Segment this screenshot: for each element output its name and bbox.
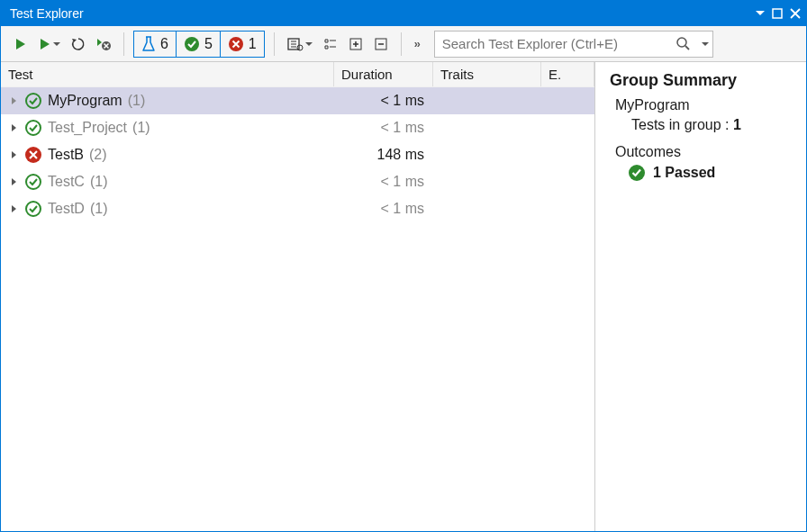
status-icon — [24, 200, 42, 218]
overflow-button[interactable]: ›› — [411, 38, 423, 50]
filter-failed-count: 1 — [249, 36, 257, 52]
separator — [274, 32, 275, 56]
search-input[interactable] — [435, 36, 671, 51]
summary-tests-line: Tests in group : 1 — [610, 117, 797, 133]
test-duration: 148 ms — [334, 147, 433, 163]
filter-passed[interactable]: 5 — [177, 32, 221, 57]
svg-point-2 — [185, 37, 199, 51]
summary-panel: Group Summary MyProgram Tests in group :… — [601, 62, 806, 531]
filter-group: 6 5 1 — [133, 31, 265, 58]
svg-point-10 — [26, 121, 41, 135]
test-duration: < 1 ms — [334, 120, 433, 136]
svg-point-9 — [26, 94, 41, 108]
test-count: (2) — [89, 147, 107, 163]
test-name: MyProgram — [48, 93, 122, 109]
repeat-run-button[interactable] — [68, 32, 89, 57]
column-headers: Test Duration Traits E. — [1, 62, 594, 87]
column-test[interactable]: Test — [1, 62, 334, 86]
separator — [401, 32, 402, 56]
test-duration: < 1 ms — [334, 174, 433, 190]
toolbar: 6 5 1 ›› — [1, 26, 806, 62]
test-list-panel: Test Duration Traits E. MyProgram (1)< 1… — [1, 62, 595, 531]
summary-heading: Group Summary — [610, 71, 797, 90]
separator — [123, 32, 124, 56]
test-duration: < 1 ms — [334, 93, 433, 109]
column-error[interactable]: E. — [541, 62, 594, 86]
summary-group-name: MyProgram — [610, 97, 797, 113]
run-button[interactable] — [35, 32, 64, 57]
column-duration[interactable]: Duration — [334, 62, 433, 86]
status-icon — [24, 119, 42, 137]
window-menu-icon[interactable] — [756, 9, 765, 18]
svg-point-13 — [26, 202, 41, 216]
search-icon[interactable] — [671, 37, 696, 51]
expand-icon[interactable] — [8, 124, 19, 131]
pass-icon — [628, 164, 646, 182]
titlebar: Test Explorer — [1, 1, 806, 26]
test-name: TestC — [48, 174, 85, 190]
status-icon — [24, 146, 42, 164]
test-rows: MyProgram (1)< 1 msTest_Project (1)< 1 m… — [1, 87, 594, 531]
column-traits[interactable]: Traits — [433, 62, 541, 86]
close-icon[interactable] — [790, 8, 801, 19]
test-name: TestD — [48, 201, 85, 217]
filter-failed[interactable]: 1 — [221, 32, 264, 57]
filter-total-count: 6 — [160, 36, 168, 52]
svg-point-5 — [297, 45, 303, 50]
status-icon — [24, 173, 42, 191]
test-name: Test_Project — [48, 120, 127, 136]
svg-point-8 — [677, 38, 686, 47]
filter-total[interactable]: 6 — [134, 32, 177, 57]
expand-all-button[interactable] — [345, 32, 367, 57]
maximize-icon[interactable] — [772, 8, 783, 19]
test-name: TestB — [48, 147, 84, 163]
collapse-all-button[interactable] — [370, 32, 392, 57]
status-icon — [24, 92, 42, 110]
window-title: Test Explorer — [6, 6, 756, 21]
test-row[interactable]: Test_Project (1)< 1 ms — [1, 114, 594, 141]
test-duration: < 1 ms — [334, 201, 433, 217]
test-count: (1) — [132, 120, 150, 136]
expand-icon[interactable] — [8, 205, 19, 212]
test-count: (1) — [90, 201, 108, 217]
test-row[interactable]: TestD (1)< 1 ms — [1, 195, 594, 222]
search-dropdown[interactable] — [696, 32, 712, 57]
test-count: (1) — [128, 93, 146, 109]
run-all-button[interactable] — [10, 32, 32, 57]
test-count: (1) — [90, 174, 108, 190]
expand-icon[interactable] — [8, 151, 19, 158]
summary-outcome: 1 Passed — [610, 164, 797, 182]
group-by-button[interactable] — [320, 32, 341, 57]
svg-rect-0 — [773, 9, 782, 18]
expand-icon[interactable] — [8, 178, 19, 185]
svg-point-12 — [26, 175, 41, 189]
summary-outcomes-label: Outcomes — [610, 144, 797, 160]
fail-icon — [228, 36, 244, 52]
test-row[interactable]: TestB (2)148 ms — [1, 141, 594, 168]
search-box[interactable] — [434, 31, 713, 58]
test-row[interactable]: MyProgram (1)< 1 ms — [1, 87, 594, 114]
test-row[interactable]: TestC (1)< 1 ms — [1, 168, 594, 195]
playlist-button[interactable] — [284, 32, 316, 57]
filter-passed-count: 5 — [204, 36, 213, 52]
expand-icon[interactable] — [8, 97, 19, 104]
flask-icon — [141, 36, 156, 52]
pass-icon — [184, 36, 200, 52]
run-failed-button[interactable] — [93, 32, 114, 57]
